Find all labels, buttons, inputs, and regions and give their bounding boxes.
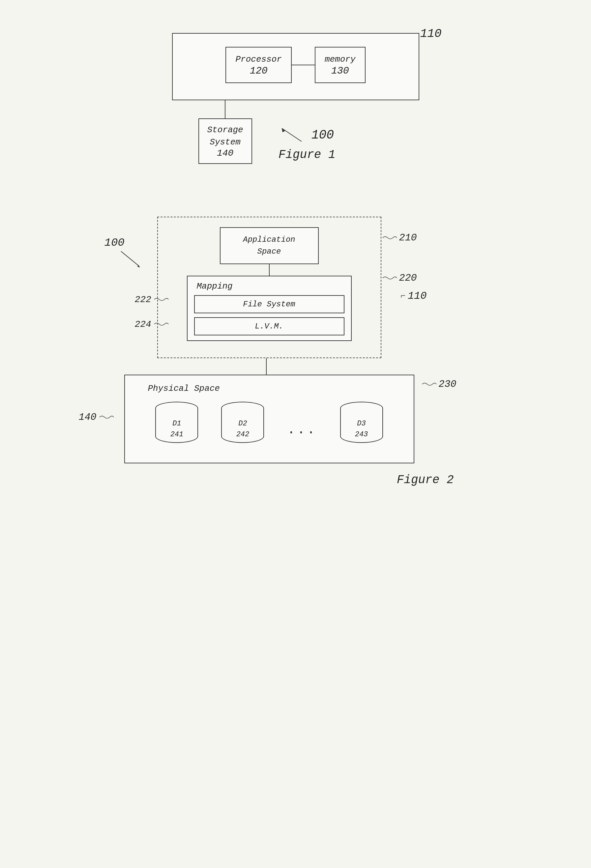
memory-number: 130 xyxy=(325,65,356,77)
figure1: 110 Processor 120 memory 130 xyxy=(172,33,419,164)
fig2-mapping-section: 220 Mapping 222 Fi xyxy=(174,276,364,341)
svg-line-2 xyxy=(121,251,139,266)
fig2-physical-box: Physical Space 230 140 xyxy=(124,375,414,464)
figure2: 100 ⌐ 110 Application Space xyxy=(98,217,494,487)
disk-d3-label: D3 243 xyxy=(340,418,383,440)
physical-space-label: Physical Space xyxy=(141,384,397,393)
v-conn-app-mapping xyxy=(269,264,270,276)
fig2-arrow-100 xyxy=(118,249,144,271)
h-connector-1 xyxy=(292,65,315,65)
mapping-label: Mapping xyxy=(194,281,345,291)
fig2-arrow-svg xyxy=(118,249,144,269)
fig2-label-110: ⌐ 110 xyxy=(401,290,426,302)
wave-210 xyxy=(381,234,398,242)
disk-d2: D2 242 xyxy=(221,402,264,448)
lvm-label: L.V.M. xyxy=(201,322,337,331)
fig2-app-box: Application Space xyxy=(220,227,319,264)
disk-d1-label: D1 241 xyxy=(155,418,198,440)
svg-line-0 xyxy=(282,128,302,142)
wave-224 xyxy=(153,320,169,328)
v-connector-1 xyxy=(225,100,225,118)
wave-222 xyxy=(153,295,169,304)
fig1-top-row: Processor 120 memory 130 xyxy=(189,47,402,83)
fig2-label-210: 210 xyxy=(381,232,417,244)
fig2-disks-row: D1 241 D2 242 xyxy=(141,402,397,448)
fig1-label-110: 110 xyxy=(420,27,442,41)
fig2-label-230: 230 xyxy=(421,379,456,390)
filesystem-label: File System xyxy=(201,300,337,309)
app-space-label: Application Space xyxy=(230,234,308,258)
fig2-mapping-box: Mapping 222 File System 224 xyxy=(187,276,352,341)
fig2-label-222: 222 xyxy=(135,294,169,305)
fig2-label-220: 220 xyxy=(381,272,417,283)
storage-number: 140 xyxy=(207,148,243,158)
disk-d3: D3 243 xyxy=(340,402,383,448)
processor-number: 120 xyxy=(235,65,281,77)
fig1-memory-box: memory 130 xyxy=(315,47,366,83)
fig1-system-label: 100 xyxy=(311,128,334,142)
disk-d1: D1 241 xyxy=(155,402,198,448)
fig1-storage-box: Storage System 140 xyxy=(198,118,252,164)
memory-label: memory xyxy=(325,53,356,65)
fig1-caption: 100 Figure 1 xyxy=(279,125,336,162)
fig1-figure-caption: Figure 1 xyxy=(279,148,336,162)
fig2-app-section: Application Space 210 xyxy=(174,227,364,264)
fig2-filesystem-box: File System xyxy=(194,295,345,313)
disk-d2-label: D2 242 xyxy=(221,418,264,440)
disk-dots: ... xyxy=(287,422,317,437)
fig2-dashed-outer: ⌐ 110 Application Space 210 xyxy=(157,217,381,358)
fig1-processor-box: Processor 120 xyxy=(225,47,291,83)
fig1-arrow-svg xyxy=(279,125,311,145)
storage-label: Storage System xyxy=(207,124,243,148)
fig2-label-140: 140 xyxy=(79,412,114,423)
fig2-figure-caption: Figure 2 xyxy=(98,473,454,487)
page: 110 Processor 120 memory 130 xyxy=(27,20,564,487)
v-conn-to-physical xyxy=(266,358,267,375)
processor-label: Processor xyxy=(235,53,281,65)
wave-140 xyxy=(98,413,114,421)
wave-220 xyxy=(381,274,398,282)
wave-230 xyxy=(421,380,437,388)
fig1-bottom-row: Storage System 140 100 xyxy=(172,118,419,164)
fig1-outer-box: 110 Processor 120 memory 130 xyxy=(172,33,419,100)
fig2-label-224: 224 xyxy=(135,319,169,329)
fig2-lvm-box: L.V.M. xyxy=(194,317,345,335)
fig1-outer-container: 110 Processor 120 memory 130 xyxy=(172,33,419,164)
fig2-label-100: 100 xyxy=(105,236,125,249)
